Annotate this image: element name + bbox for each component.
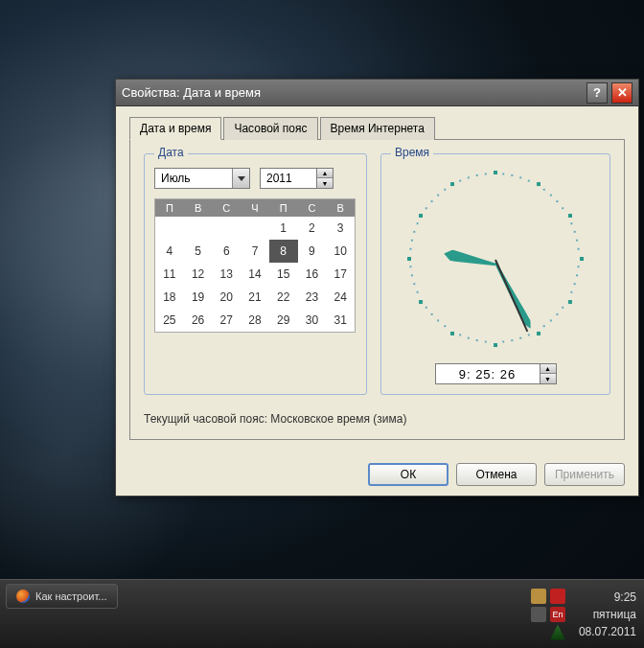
ok-button[interactable]: ОК [368, 463, 448, 486]
calendar-day[interactable]: 6 [212, 240, 241, 263]
language-indicator[interactable]: En [550, 607, 565, 622]
calendar-day[interactable]: 27 [212, 309, 241, 332]
tray-date: 08.07.2011 [579, 623, 636, 640]
tray-icon-keyboard[interactable] [531, 607, 546, 622]
clock-second-hand [494, 260, 528, 333]
clock-tick [417, 291, 419, 293]
time-value[interactable]: 9: 25: 26 [435, 363, 540, 384]
tray-icon-2[interactable] [550, 589, 565, 604]
clock-tick [543, 189, 545, 191]
help-button[interactable]: ? [586, 82, 608, 104]
taskbar-app-button[interactable]: Как настроит... [6, 584, 118, 609]
calendar-day[interactable]: 13 [212, 263, 241, 286]
clock-tick [502, 341, 504, 343]
calendar-day[interactable]: 29 [269, 309, 298, 332]
calendar-day[interactable]: 18 [155, 286, 184, 309]
clock-tick [494, 171, 497, 174]
calendar-day[interactable]: 14 [241, 263, 269, 286]
calendar-empty [241, 217, 269, 240]
year-spinner[interactable]: 2011 ▲ ▼ [260, 168, 334, 189]
year-value[interactable]: 2011 [260, 168, 317, 189]
tab-timezone[interactable]: Часовой пояс [223, 117, 317, 140]
taskbar[interactable]: Как настроит... En 9:25 пятница 08.07.20… [0, 579, 644, 648]
calendar-day[interactable]: 19 [184, 286, 213, 309]
time-group: Время 9: 25: 26 ▲ ▼ [380, 153, 610, 395]
apply-button[interactable]: Применить [544, 463, 625, 486]
calendar-day[interactable]: 5 [184, 240, 213, 263]
tray-clock[interactable]: 9:25 пятница 08.07.2011 [579, 589, 636, 640]
system-tray: En 9:25 пятница 08.07.2011 [531, 584, 636, 644]
timezone-text: Текущий часовой пояс: Московское время (… [144, 412, 610, 426]
clock-minute-hand [492, 261, 534, 331]
tray-icon-1[interactable] [531, 589, 546, 604]
calendar-day[interactable]: 12 [184, 263, 213, 286]
clock-tick [409, 248, 411, 250]
cancel-button[interactable]: Отмена [456, 463, 537, 486]
tray-icon-3[interactable] [550, 625, 565, 640]
calendar-day[interactable]: 25 [155, 309, 184, 332]
clock-tick [537, 332, 540, 336]
weekday-header: В [184, 199, 213, 217]
calendar-day[interactable]: 10 [326, 240, 355, 263]
date-group: Дата Июль 2011 ▲ ▼ [144, 153, 367, 395]
chevron-down-icon[interactable] [232, 169, 249, 188]
tab-strip: Дата и время Часовой пояс Время Интернет… [129, 117, 625, 140]
dialog-body: Дата и время Часовой пояс Время Интернет… [116, 106, 638, 453]
tab-date-time[interactable]: Дата и время [129, 117, 221, 140]
clock-tick [562, 207, 564, 209]
clock-tick [459, 180, 461, 182]
clock-tick [437, 319, 439, 321]
calendar-day[interactable]: 1 [269, 217, 298, 240]
calendar-day[interactable]: 21 [241, 286, 269, 309]
calendar-day[interactable]: 11 [155, 263, 184, 286]
clock-tick [476, 174, 478, 176]
calendar-day[interactable]: 30 [298, 309, 327, 332]
calendar-day[interactable]: 16 [298, 263, 327, 286]
clock-tick [419, 214, 423, 218]
calendar-day[interactable]: 23 [298, 286, 327, 309]
calendar-day[interactable]: 15 [269, 263, 298, 286]
calendar-day[interactable]: 17 [326, 263, 355, 286]
clock-tick [407, 257, 411, 261]
calendar-day[interactable]: 31 [326, 309, 355, 332]
clock-tick [528, 180, 530, 182]
time-up-button[interactable]: ▲ [540, 364, 556, 374]
calendar-day[interactable]: 7 [241, 240, 269, 263]
clock-tick [485, 341, 487, 343]
calendar-day[interactable]: 9 [298, 240, 327, 263]
calendar-day[interactable]: 28 [241, 309, 269, 332]
weekday-header: С [212, 199, 241, 217]
clock-tick [556, 200, 558, 202]
calendar-day[interactable]: 3 [326, 217, 355, 240]
clock-tick [574, 283, 576, 285]
date-time-properties-dialog: Свойства: Дата и время ? ✕ Дата и время … [115, 79, 639, 497]
time-down-button[interactable]: ▼ [540, 374, 556, 383]
calendar-day[interactable]: 22 [269, 286, 298, 309]
calendar-day[interactable]: 8 [269, 240, 298, 263]
weekday-header: Ч [241, 199, 269, 217]
calendar-day[interactable]: 20 [212, 286, 241, 309]
tray-time: 9:25 [579, 589, 636, 606]
month-select[interactable]: Июль [154, 168, 250, 189]
clock-tick [568, 214, 572, 218]
clock-tick [562, 307, 564, 309]
clock-tick [444, 189, 446, 191]
clock-tick [431, 313, 433, 315]
tab-panel: Дата Июль 2011 ▲ ▼ [129, 139, 625, 440]
titlebar[interactable]: Свойства: Дата и время ? ✕ [116, 80, 638, 106]
time-spinner[interactable]: 9: 25: 26 ▲ ▼ [435, 363, 557, 384]
window-title: Свойства: Дата и время [122, 85, 583, 100]
calendar-day[interactable]: 2 [298, 217, 327, 240]
clock-tick [519, 176, 521, 178]
year-up-button[interactable]: ▲ [317, 169, 333, 178]
firefox-icon [16, 590, 30, 603]
calendar-day[interactable]: 24 [326, 286, 355, 309]
close-button[interactable]: ✕ [611, 82, 632, 104]
clock-tick [550, 319, 552, 321]
clock-tick [468, 176, 470, 178]
year-down-button[interactable]: ▼ [317, 178, 333, 188]
calendar-day[interactable]: 4 [155, 240, 184, 263]
tab-internet-time[interactable]: Время Интернета [320, 117, 435, 140]
clock-tick [459, 334, 461, 336]
calendar-day[interactable]: 26 [184, 309, 213, 332]
